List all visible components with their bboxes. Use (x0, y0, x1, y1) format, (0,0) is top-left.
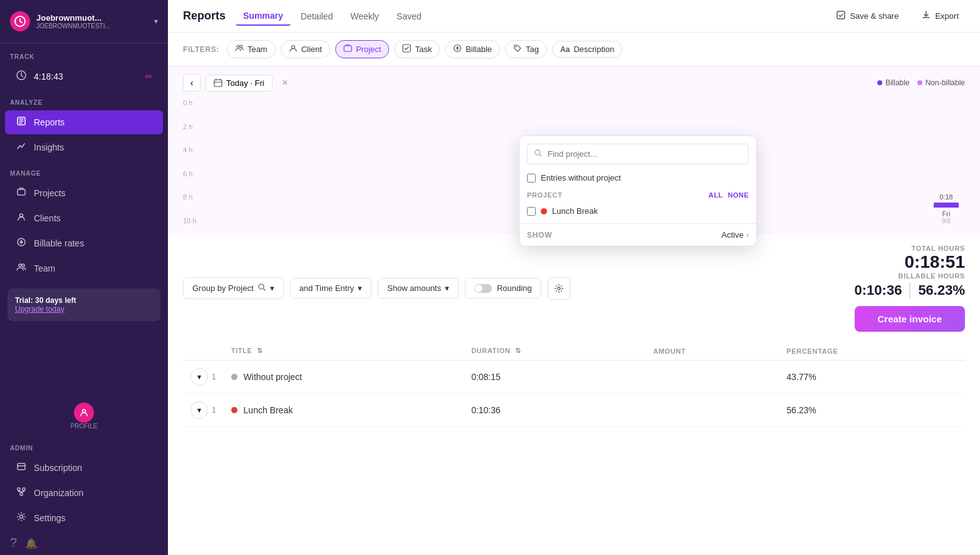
sidebar-item-organization[interactable]: Organization (5, 481, 163, 505)
sidebar-header[interactable]: Joebrownmuot... JOEBROWNMUOTESTI... ▾ (0, 0, 168, 43)
sidebar-clients-label: Clients (34, 213, 61, 223)
all-projects-button[interactable]: ALL (709, 191, 723, 199)
sidebar-item-team[interactable]: Team (5, 256, 163, 280)
sidebar-item-insights[interactable]: Insights (5, 135, 163, 159)
row-expand-button-2[interactable]: ▾ (190, 401, 208, 419)
prev-date-button[interactable]: ‹ (183, 74, 201, 92)
entries-without-project-checkbox[interactable] (527, 174, 536, 182)
table-settings-button[interactable] (548, 277, 570, 300)
filter-project[interactable]: Project (335, 40, 389, 58)
bar-element (934, 203, 959, 208)
sidebar-subscription-label: Subscription (34, 463, 82, 473)
billable-row: 0:10:36 56.23% (855, 282, 965, 299)
project-item-lunch-break[interactable]: Lunch Break (519, 201, 756, 221)
tag-filter-icon (513, 44, 522, 55)
total-hours-value: 0:18:51 (855, 252, 965, 272)
help-icon[interactable]: ? (10, 536, 17, 549)
search-btn-icon[interactable] (258, 283, 266, 293)
project-section-title: PROJECT (527, 191, 563, 199)
sidebar-team-label: Team (34, 263, 55, 273)
table-row: ▾ 1 Lunch Break 0:10:36 56.23% (183, 394, 965, 427)
group-by-button[interactable]: Group by Project ▾ (183, 277, 284, 299)
time-entry-label: and Time Entry (300, 283, 354, 293)
filter-task[interactable]: Task (394, 40, 440, 58)
bar-value: 0:18 (939, 193, 952, 201)
timer-edit-icon[interactable]: ✏ (145, 71, 153, 82)
filter-description[interactable]: Aa Description (552, 41, 622, 58)
project-search-input-wrapper (527, 144, 749, 164)
row-title-2: Lunch Break (244, 405, 293, 415)
table-controls: Group by Project ▾ and Time Entry ▾ Show… (183, 245, 965, 332)
rounding-toggle[interactable] (474, 284, 492, 293)
non-billable-legend-label: Non-billable (925, 78, 965, 87)
svg-rect-12 (20, 493, 23, 495)
bar-date: 9/8 (942, 218, 951, 225)
sidebar-item-subscription[interactable]: Subscription (5, 456, 163, 480)
rounding-button[interactable]: Rounding (465, 278, 541, 299)
data-table: TITLE ⇅ DURATION ⇅ AMOUNT PERCENTAGE (183, 342, 965, 427)
tab-detailed[interactable]: Detailed (293, 8, 340, 25)
row-expand-button-1[interactable]: ▾ (190, 368, 208, 386)
sidebar-item-billable-rates[interactable]: Billable rates (5, 231, 163, 255)
subscription-icon (15, 462, 28, 474)
dropdown-search-icon (534, 149, 543, 159)
sidebar-item-settings[interactable]: Settings (5, 506, 163, 530)
sidebar-insights-label: Insights (34, 142, 64, 152)
row-percentage-2: 56.23% (779, 394, 965, 427)
row-percentage-1: 43.77% (779, 361, 965, 394)
tab-saved[interactable]: Saved (389, 8, 429, 25)
project-dot-2 (231, 407, 237, 413)
billable-hours-label: BILLABLE HOURS (855, 272, 965, 280)
main-content: Reports Summary Detailed Weekly Saved Sa… (168, 0, 980, 555)
export-button[interactable]: Export (915, 6, 965, 26)
organization-icon (15, 487, 28, 499)
bar-day: Fri (942, 210, 951, 218)
filter-team[interactable]: Team (227, 40, 276, 58)
upgrade-link[interactable]: Upgrade today (15, 305, 65, 314)
svg-rect-19 (403, 45, 410, 52)
title-sort-icon[interactable]: ⇅ (257, 347, 263, 354)
billable-dot (877, 80, 882, 85)
sidebar-item-projects[interactable]: Projects (5, 181, 163, 205)
manage-section-label: MANAGE (0, 160, 168, 181)
clear-date-button[interactable]: × (278, 75, 293, 90)
filter-tag[interactable]: Tag (505, 40, 547, 58)
non-billable-dot (917, 80, 922, 85)
export-label: Export (935, 11, 959, 21)
project-dot-1 (231, 374, 237, 380)
row-amount-1 (645, 361, 779, 394)
settings-icon (15, 512, 28, 524)
entries-without-project-row[interactable]: Entries without project (519, 169, 756, 186)
tab-summary[interactable]: Summary (236, 7, 291, 26)
none-projects-button[interactable]: NONE (727, 191, 749, 199)
date-picker-button[interactable]: Today · Fri (206, 75, 273, 92)
project-checkbox-lunch-break[interactable] (527, 207, 536, 216)
svg-point-24 (558, 287, 560, 290)
sidebar-item-reports[interactable]: Reports (5, 110, 163, 134)
notification-icon[interactable]: 🔔 (25, 538, 38, 549)
show-value-button[interactable]: Active › (721, 230, 749, 240)
filter-billable[interactable]: Billable (445, 40, 500, 58)
duration-sort-icon[interactable]: ⇅ (515, 347, 521, 354)
create-invoice-button[interactable]: Create invoice (855, 306, 965, 332)
profile-avatar[interactable] (74, 403, 94, 423)
sidebar-projects-label: Projects (34, 188, 66, 198)
filter-client[interactable]: Client (281, 40, 330, 58)
profile-label: PROFILE (71, 423, 98, 430)
non-billable-legend: Non-billable (917, 78, 965, 87)
show-amounts-button[interactable]: Show amounts ▾ (378, 278, 459, 299)
svg-rect-22 (214, 80, 222, 87)
svg-point-13 (20, 515, 23, 519)
sidebar-item-clients[interactable]: Clients (5, 206, 163, 230)
rounding-toggle-knob (475, 285, 482, 292)
clients-icon (15, 212, 28, 225)
time-entry-button[interactable]: and Time Entry ▾ (290, 278, 372, 299)
date-row: ‹ Today · Fri × Billable Non-billable (168, 66, 980, 99)
svg-rect-9 (18, 463, 25, 470)
save-share-button[interactable]: Save & share (830, 6, 905, 26)
sidebar-chevron-icon[interactable]: ▾ (154, 17, 158, 26)
tab-weekly[interactable]: Weekly (343, 8, 387, 25)
project-search-input[interactable] (548, 149, 742, 159)
row-amount-2 (645, 394, 779, 427)
chart-legend: Billable Non-billable (877, 78, 965, 87)
